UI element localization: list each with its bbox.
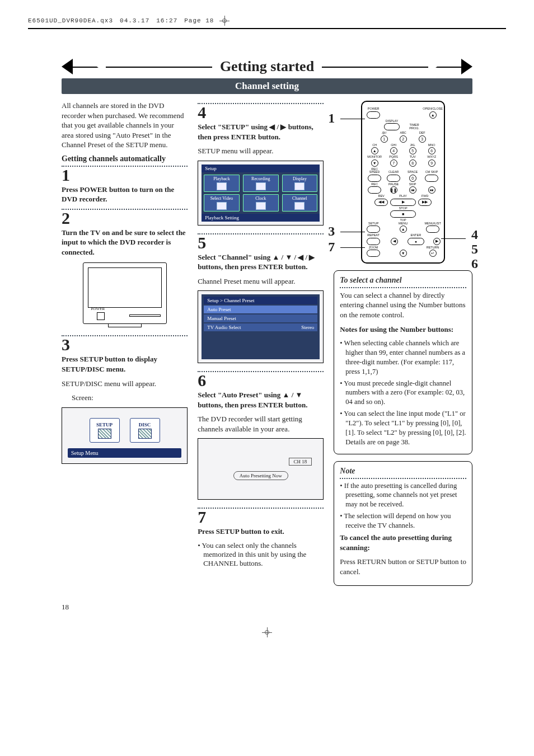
remote-play: ▶ <box>390 199 416 206</box>
select-channel-panel: To select a channel You can select a cha… <box>334 270 472 454</box>
tv-power-label: POWER <box>91 307 105 311</box>
remote-left: ◀ <box>391 238 398 245</box>
callout-7: 7 <box>328 240 335 255</box>
remote-key-4: 4 <box>390 147 397 154</box>
meta-page: Page 18 <box>184 17 214 24</box>
page-number: 18 <box>62 603 506 612</box>
note-panel: Note If the auto presetting is cancelled… <box>334 461 472 586</box>
remote-power-button <box>367 111 380 119</box>
tv-power-button <box>97 312 105 320</box>
setup-menu-screen: Setup Playback Recording Display Select … <box>198 161 324 226</box>
step-5-number: 5 <box>198 234 324 251</box>
playback-icon <box>217 182 227 190</box>
grid-cell-select-video: Select Video <box>204 194 240 212</box>
channel-preset-screen: Setup > Channel Preset Auto Preset Manua… <box>198 290 324 363</box>
remote-skip-back: ⏮ <box>409 186 416 194</box>
step-3-screen-label: Screen: <box>62 393 188 403</box>
remote-key-9: 9 <box>428 159 435 167</box>
clock-icon <box>256 202 266 210</box>
remote-enter-button: ● <box>407 238 424 245</box>
disc-tile-icon <box>138 429 152 439</box>
meta-date: 04.3.17 <box>120 17 149 24</box>
remote-display-label: DISPLAY <box>386 120 399 123</box>
remote-stop: ■ <box>390 210 416 218</box>
cancel-body: Press RETURN button or SETUP button to c… <box>340 557 466 576</box>
remote-up: ▲ <box>400 226 407 233</box>
step-2-text: Turn the TV on and be sure to select the… <box>62 228 188 257</box>
remote-key-8: 8 <box>409 159 416 167</box>
step-6-sub: The DVD recorder will start getting chan… <box>198 414 324 434</box>
callout-1-line <box>340 119 365 119</box>
callout-1: 1 <box>328 111 335 126</box>
number-note-1: When selecting cable channels which are … <box>340 339 466 377</box>
channel-icon <box>294 202 305 210</box>
step-5-head: Select "Channel" using ▲ / ▼ / ◀ / ▶ but… <box>198 252 324 272</box>
step-3-number: 3 <box>62 336 188 353</box>
number-note-3: You can select the line input mode ("L1"… <box>340 409 466 447</box>
step-7-head: Press SETUP button to exit. <box>198 527 324 537</box>
tv-illustration: POWER <box>83 262 167 327</box>
select-channel-title: To select a channel <box>340 275 466 286</box>
step-3-sub: SETUP/DISC menu will appear. <box>62 379 188 389</box>
step-5-sub: Channel Preset menu will appear. <box>198 276 324 287</box>
grid-cell-clock: Clock <box>243 194 279 212</box>
setup-disc-footer: Setup Menu <box>68 448 181 458</box>
remote-clear <box>387 175 400 182</box>
remote-down: ▼ <box>400 250 407 257</box>
auto-preset-heading: Getting channels automatically <box>62 154 188 163</box>
remote-setup-button <box>367 226 380 233</box>
remote-key-3: 3 <box>419 135 426 143</box>
number-note-2: You must precede single-digit channel nu… <box>340 379 466 407</box>
menu-row-tv-audio: TV Audio SelectStereo <box>204 323 317 331</box>
setup-disc-screen: SETUP DISC Setup Menu <box>62 407 188 464</box>
section-title: Channel setting <box>62 78 472 94</box>
remote-skip-fwd: ⏭ <box>428 186 435 194</box>
remote-rec <box>368 186 381 194</box>
step-3-head: Press SETUP button to display SETUP/DISC… <box>62 354 188 374</box>
auto-preset-now: Auto Presetting Now <box>233 471 288 480</box>
chapter-title-banner: Getting started <box>62 57 472 76</box>
step-1-number: 1 <box>62 167 188 184</box>
display-icon <box>294 182 305 190</box>
recording-icon <box>256 182 266 190</box>
remote-timer-label: TIMER PROG. <box>406 124 422 130</box>
remote-openclose-label: OPEN/CLOSE <box>423 107 443 111</box>
step-2-number: 2 <box>62 210 188 227</box>
remote-repeat <box>367 238 380 245</box>
meta-time: 16:27 <box>156 17 177 24</box>
auto-preset-ch: CH 18 <box>289 458 312 466</box>
remote-right: ▶ <box>433 238 441 245</box>
step-6-number: 6 <box>198 372 324 389</box>
step-4-number: 4 <box>198 104 324 121</box>
menu-row-manual-preset: Manual Preset <box>204 314 317 322</box>
chapter-title: Getting started <box>212 58 322 75</box>
select-channel-p1: You can select a channel by directly ent… <box>340 290 466 320</box>
remote-power-label: POWER <box>368 107 380 111</box>
step-4-sub: SETUP menu will appear. <box>198 146 324 156</box>
remote-openclose-button: ▲ <box>429 111 437 119</box>
meta-file: E6501UD_DVR90DEA.qx3 <box>28 17 113 24</box>
setup-grid-title: Setup <box>202 165 320 172</box>
grid-cell-recording: Recording <box>243 175 279 192</box>
remote-diagram: 1 3 7 4 5 6 POWER OPEN/CLOSE▲ DI <box>334 101 472 264</box>
note-title: Note <box>340 466 466 477</box>
remote-zoom <box>367 250 380 257</box>
number-notes-head: Notes for using the Number buttons: <box>340 325 466 335</box>
setup-tile: SETUP <box>90 418 120 443</box>
setup-tile-icon <box>98 429 111 439</box>
registration-mark-icon <box>221 17 228 25</box>
remote-key-7: 7 <box>390 159 397 167</box>
disc-tile: DISC <box>130 418 160 443</box>
registration-mark-bottom <box>28 628 506 636</box>
callout-7-line <box>340 247 365 248</box>
remote-key-2: 2 <box>400 135 407 143</box>
setup-grid-footer: Playback Setting <box>202 214 320 222</box>
grid-cell-channel: Channel <box>282 194 318 212</box>
callout-3-line <box>340 232 365 232</box>
auto-preset-screen: CH 18 Auto Presetting Now <box>198 438 324 500</box>
remote-fwd: ▶▶ <box>418 199 432 206</box>
disc-tile-label: DISC <box>139 422 151 428</box>
menu-row-auto-preset: Auto Preset <box>204 306 317 313</box>
cancel-head: To cancel the auto presetting during sca… <box>340 533 466 552</box>
select-video-icon <box>217 202 227 210</box>
